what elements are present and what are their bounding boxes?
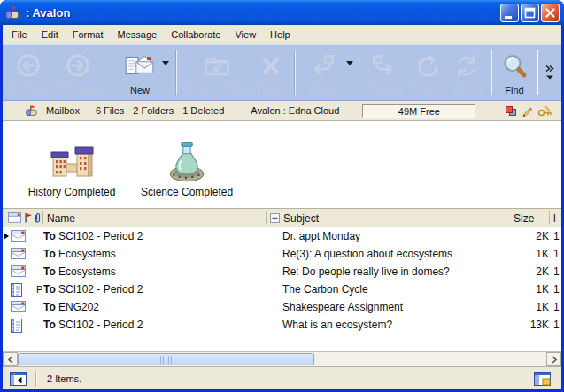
to-cell: To <box>43 265 56 278</box>
message-row[interactable]: To SCI102 - Period 2 What is an ecosyste… <box>3 316 561 334</box>
column-header-subject[interactable]: Subject <box>283 212 319 225</box>
toolbar-gap <box>355 47 362 97</box>
date-cell-partial: 1 <box>553 301 560 313</box>
folders-count: 2 Folders <box>133 105 174 116</box>
minimize-button[interactable] <box>500 4 519 22</box>
subject-cell: Shakespeare Assignment <box>282 301 403 313</box>
to-cell: To <box>43 283 56 296</box>
history-button[interactable]: History <box>447 47 486 97</box>
scrollbar-thumb[interactable] <box>18 353 314 365</box>
reply-icon <box>308 47 336 85</box>
mailbox-icon <box>26 104 39 117</box>
infobar-icons <box>505 105 552 117</box>
key-pencil-icon[interactable] <box>537 105 552 117</box>
forward-icon <box>370 47 398 85</box>
maximize-button[interactable] <box>521 4 539 22</box>
column-header-size[interactable]: Size <box>514 212 534 225</box>
close-button[interactable] <box>541 4 560 22</box>
find-label: Find <box>505 85 523 96</box>
app-mailbox-icon <box>5 5 21 19</box>
attachment-column-icon[interactable] <box>34 212 42 224</box>
layout-toggle-icon[interactable] <box>534 372 551 386</box>
scrollbar-track[interactable] <box>18 352 546 366</box>
column-divider[interactable] <box>42 211 43 224</box>
toolbar-overflow-button[interactable] <box>543 47 557 97</box>
delete-button[interactable]: Delete <box>252 47 290 97</box>
menu-view[interactable]: View <box>228 27 263 42</box>
reply-button[interactable]: Reply <box>300 47 344 97</box>
account-label: Avalon : Edna Cloud <box>251 105 339 116</box>
menu-file[interactable]: File <box>4 27 35 42</box>
column-header-partial[interactable]: l <box>553 212 556 225</box>
toolbar: Go Back Go Forward <box>3 44 561 101</box>
go-back-label: Go Back <box>10 85 47 96</box>
pencil-icon[interactable] <box>522 105 532 117</box>
date-cell-partial: 1 <box>553 230 560 242</box>
to-cell: To <box>43 230 56 242</box>
location-label: Mailbox <box>46 105 80 116</box>
date-cell-partial: 1 <box>553 248 560 260</box>
infobar: Mailbox 6 Files 2 Folders 1 Deleted Aval… <box>3 101 561 121</box>
layered-squares-icon[interactable] <box>505 105 516 117</box>
science-flask-icon <box>164 130 210 183</box>
to-cell: To <box>43 248 56 260</box>
to-cell: To <box>43 301 56 313</box>
column-divider[interactable] <box>506 211 506 224</box>
deleted-count: 1 Deleted <box>182 105 224 116</box>
flag-column-icon[interactable] <box>24 212 33 224</box>
find-button[interactable]: Find <box>497 47 532 97</box>
message-column-icon[interactable] <box>8 212 21 223</box>
message-row[interactable]: To Ecosystems Re: Do people really live … <box>3 263 561 281</box>
window-body: File Edit Format Message Collaborate Vie… <box>3 25 561 389</box>
size-cell: 2K <box>461 230 549 242</box>
window-title: : Avalon <box>26 6 500 19</box>
reply-dropdown-arrow[interactable] <box>344 47 355 97</box>
folder-label: Science Completed <box>141 186 233 198</box>
scroll-right-button[interactable] <box>546 352 561 366</box>
column-divider[interactable] <box>266 211 267 224</box>
pane-toggle-icon[interactable] <box>10 372 27 386</box>
files-count: 6 Files <box>96 105 124 116</box>
unsend-button[interactable]: Unsend <box>406 47 447 97</box>
name-cell: SCI102 - Period 2 <box>58 283 143 296</box>
forward-button[interactable]: Forward <box>362 47 406 97</box>
message-row[interactable]: To SCI102 - Period 2 Dr. appt Monday 2K … <box>3 227 561 245</box>
message-row[interactable]: P To SCI102 - Period 2 The Carbon Cycle … <box>3 281 561 298</box>
go-forward-label: Go Forward <box>52 85 104 96</box>
titlebar[interactable]: : Avalon <box>0 0 564 25</box>
items-count: 2 Items. <box>47 373 81 384</box>
new-message-icon <box>123 47 157 85</box>
move-to-folder-label: Move to Folder <box>184 85 249 96</box>
folder-history-completed[interactable]: History Completed <box>26 130 118 198</box>
folder-label: History Completed <box>28 186 116 198</box>
go-back-button[interactable]: Go Back <box>6 47 50 97</box>
message-row[interactable]: To Ecosystems Re(3): A question about ec… <box>3 245 561 263</box>
name-cell: Ecosystems <box>58 248 116 260</box>
menu-collaborate[interactable]: Collaborate <box>164 27 228 42</box>
folder-science-completed[interactable]: Science Completed <box>141 130 233 198</box>
history-icon <box>452 47 481 85</box>
column-header-name[interactable]: Name <box>47 212 75 225</box>
go-forward-button[interactable]: Go Forward <box>50 47 105 97</box>
menu-format[interactable]: Format <box>66 27 111 42</box>
new-button[interactable]: New <box>120 47 160 97</box>
subject-cell: Re: Do people really live in domes? <box>282 265 450 278</box>
new-dropdown-arrow[interactable] <box>160 47 171 97</box>
move-to-folder-button[interactable]: Move to Folder <box>182 47 252 97</box>
message-icon <box>11 265 26 277</box>
message-icon <box>11 248 26 259</box>
statusbar-divider <box>35 371 36 387</box>
menu-edit[interactable]: Edit <box>35 27 66 42</box>
scroll-left-button[interactable] <box>3 352 18 366</box>
collapse-icon[interactable] <box>270 213 280 223</box>
size-cell: 1K <box>461 248 549 260</box>
message-row[interactable]: To ENG202 Shakespeare Assignment 1K 1 <box>3 298 561 316</box>
menu-help[interactable]: Help <box>263 27 297 42</box>
subject-cell: What is an ecosystem? <box>282 319 392 331</box>
unsend-label: Unsend <box>410 85 444 96</box>
name-cell: SCI102 - Period 2 <box>58 230 143 242</box>
go-back-icon <box>14 47 42 85</box>
menu-message[interactable]: Message <box>111 27 165 42</box>
column-divider[interactable] <box>549 211 550 224</box>
name-cell: ENG202 <box>58 301 99 313</box>
